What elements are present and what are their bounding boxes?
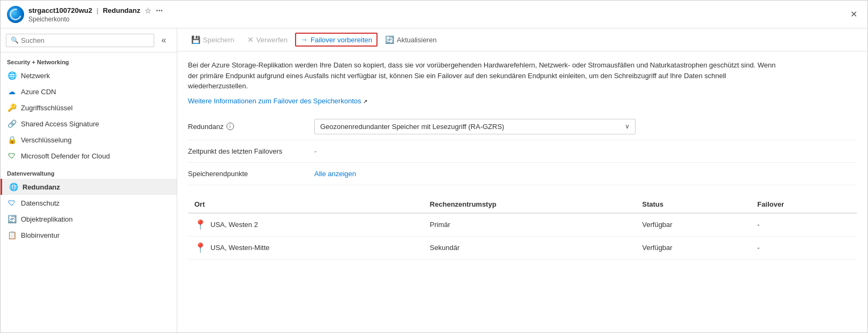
failover-time-row: Zeitpunkt des letzten Failovers - (188, 140, 857, 163)
sidebar-item-blobinventur[interactable]: 📋 Blobinventur (1, 227, 177, 243)
sidebar: 🔍 « Security + Networking 🌐 Netzwerk ☁ A… (1, 28, 177, 332)
sidebar-section-security: Security + Networking (1, 52, 177, 67)
refresh-label: Aktualisieren (397, 36, 436, 44)
encryption-icon: 🔒 (7, 135, 17, 145)
collapse-button[interactable]: « (156, 33, 171, 48)
refresh-icon: 🔄 (385, 35, 394, 44)
discard-label: Verwerfen (256, 36, 288, 44)
sidebar-item-azure-cdn[interactable]: ☁ Azure CDN (1, 84, 177, 100)
table-header: Ort Rechenzentrumstyp Status Failover (188, 196, 857, 213)
external-link-icon: ↗ (363, 99, 367, 104)
sidebar-item-verschluesselung[interactable]: 🔒 Verschlüsselung (1, 132, 177, 148)
search-icon: 🔍 (11, 36, 19, 44)
description-text: Bei der Azure Storage-Replikation werden… (188, 60, 777, 92)
key-icon: 🔑 (7, 103, 17, 112)
failover-label: Failover vorbereiten (311, 36, 372, 44)
search-box[interactable]: 🔍 (6, 34, 154, 47)
title-text-block: strgacct100720wu2 | Redundanz ☆ ··· Spei… (28, 6, 163, 23)
redundancy-label: Redundanz i (188, 123, 306, 131)
endpoints-value: Alle anzeigen (314, 170, 857, 178)
cdn-icon: ☁ (7, 87, 17, 96)
sidebar-item-netzwerk[interactable]: 🌐 Netzwerk (1, 67, 177, 84)
sidebar-item-defender[interactable]: 🛡 Microsoft Defender for Cloud (1, 148, 177, 164)
content-body: Bei der Azure Storage-Replikation werden… (177, 51, 867, 332)
table-row: 📍 USA, Westen-Mitte Sekundär Verfügbar - (188, 236, 857, 259)
sidebar-item-shared-access[interactable]: 🔗 Shared Access Signature (1, 116, 177, 132)
toolbar: 💾 Speichern ✕ Verwerfen → Failover vorbe… (177, 28, 867, 51)
main-layout: 🔍 « Security + Networking 🌐 Netzwerk ☁ A… (1, 28, 867, 332)
failover-time-dash: - (314, 147, 316, 155)
defender-icon: 🛡 (7, 151, 17, 161)
pin-green-icon: 📍 (194, 242, 206, 254)
col-failover: Failover (751, 196, 857, 213)
replication-icon: 🔄 (7, 214, 17, 224)
table-row: 📍 USA, Westen 2 Primär Verfügbar - (188, 213, 857, 237)
protection-icon: 🛡 (7, 198, 17, 208)
title-main: strgacct100720wu2 | Redundanz ☆ ··· (28, 6, 163, 16)
search-input[interactable] (21, 36, 149, 44)
redundancy-dropdown-text: Geozonenredundanter Speicher mit Lesezug… (320, 123, 504, 131)
inventory-icon: 📋 (7, 230, 17, 240)
table-section: Ort Rechenzentrumstyp Status Failover 📍 (188, 196, 857, 260)
chevron-down-icon: ∨ (625, 123, 630, 130)
sidebar-label-sas: Shared Access Signature (21, 120, 99, 128)
network-icon: 🌐 (7, 71, 17, 80)
save-button[interactable]: 💾 Speichern (186, 33, 240, 47)
sidebar-search-bar: 🔍 « (1, 28, 177, 52)
redundancy-info-icon[interactable]: i (227, 123, 234, 130)
discard-button[interactable]: ✕ Verwerfen (242, 33, 293, 47)
sidebar-label-objektreplikation: Objektreplikation (21, 215, 73, 223)
app-icon (7, 6, 24, 23)
sidebar-item-redundanz[interactable]: 🌐 Redundanz (1, 179, 177, 195)
failover-time-value: - (314, 147, 857, 155)
row1-failover: - (751, 213, 857, 237)
endpoints-label: Speicherendpunkte (188, 170, 306, 178)
more-info-link[interactable]: Weitere Informationen zum Failover des S… (188, 97, 361, 105)
save-icon: 💾 (191, 35, 200, 44)
endpoints-row: Speicherendpunkte Alle anzeigen (188, 163, 857, 185)
close-button[interactable]: ✕ (846, 7, 861, 22)
star-icon[interactable]: ☆ (145, 6, 152, 15)
sidebar-label-encryption: Verschlüsselung (21, 136, 72, 144)
refresh-button[interactable]: 🔄 Aktualisieren (380, 33, 442, 47)
failover-icon: → (300, 35, 308, 44)
sidebar-label-cdn: Azure CDN (21, 88, 56, 96)
title-bar: strgacct100720wu2 | Redundanz ☆ ··· Spei… (1, 1, 867, 28)
sidebar-label-zugriffsschluessel: Zugriffsschlüssel (21, 104, 73, 112)
sidebar-section-datenverwaltung: Datenverwaltung (1, 164, 177, 179)
title-subtitle: Speicherkonto (28, 16, 163, 23)
sidebar-item-zugriffsschluessel[interactable]: 🔑 Zugriffsschlüssel (1, 100, 177, 116)
row1-status: Verfügbar (636, 213, 751, 237)
row1-typ: Primär (424, 213, 636, 237)
all-show-link[interactable]: Alle anzeigen (314, 170, 356, 178)
account-name: strgacct100720wu2 (28, 6, 92, 14)
content-area: 💾 Speichern ✕ Verwerfen → Failover vorbe… (177, 28, 867, 332)
sidebar-label-netzwerk: Netzwerk (21, 72, 50, 80)
page-title: Redundanz (103, 6, 140, 14)
discard-icon: ✕ (247, 35, 254, 44)
sas-icon: 🔗 (7, 119, 17, 128)
redundancy-value: Geozonenredundanter Speicher mit Lesezug… (314, 119, 857, 134)
sidebar-item-datenschutz[interactable]: 🛡 Datenschutz (1, 195, 177, 211)
table-body: 📍 USA, Westen 2 Primär Verfügbar - (188, 213, 857, 260)
sidebar-label-datenschutz: Datenschutz (21, 199, 59, 207)
redundancy-dropdown[interactable]: Geozonenredundanter Speicher mit Lesezug… (314, 119, 636, 134)
sidebar-label-defender: Microsoft Defender for Cloud (21, 152, 110, 160)
failover-button[interactable]: → Failover vorbereiten (295, 33, 378, 47)
row2-typ: Sekundär (424, 236, 636, 259)
sidebar-label-blobinventur: Blobinventur (21, 231, 59, 239)
locations-table: Ort Rechenzentrumstyp Status Failover 📍 (188, 196, 857, 260)
sidebar-item-objektreplikation[interactable]: 🔄 Objektreplikation (1, 211, 177, 227)
col-ort: Ort (188, 196, 424, 213)
row2-failover: - (751, 236, 857, 259)
row2-ort: 📍 USA, Westen-Mitte (188, 236, 424, 259)
sidebar-content: Security + Networking 🌐 Netzwerk ☁ Azure… (1, 52, 177, 332)
main-window: strgacct100720wu2 | Redundanz ☆ ··· Spei… (0, 0, 868, 333)
redundancy-row: Redundanz i Geozonenredundanter Speicher… (188, 113, 857, 140)
more-icon[interactable]: ··· (156, 6, 163, 16)
failover-time-label: Zeitpunkt des letzten Failovers (188, 147, 306, 155)
title-separator: | (96, 6, 99, 14)
form-section: Redundanz i Geozonenredundanter Speicher… (188, 113, 857, 185)
col-rechenzentrum: Rechenzentrumstyp (424, 196, 636, 213)
redundancy-icon: 🌐 (9, 182, 18, 192)
